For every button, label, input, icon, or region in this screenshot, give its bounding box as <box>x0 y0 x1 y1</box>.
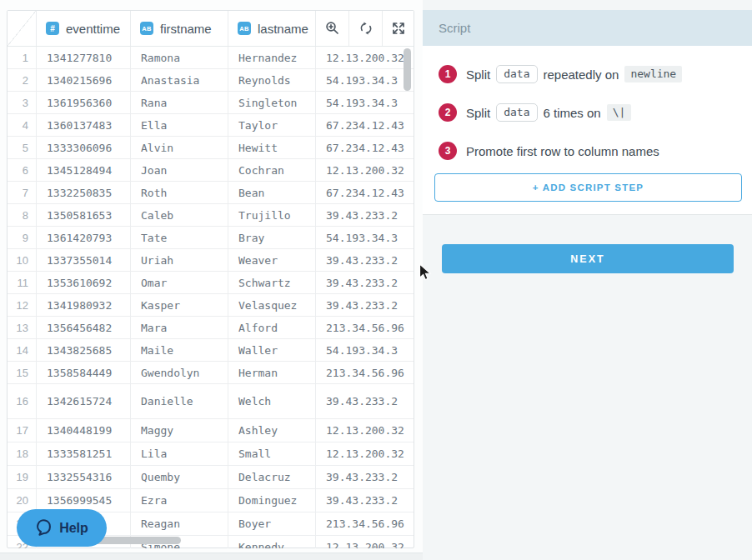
table-row[interactable]: 6 1345128494 Joan Cochran 12.13.200.32 <box>8 159 414 182</box>
table-row[interactable]: 7 1332250835 Roth Bean 67.234.12.43 <box>8 182 414 204</box>
table-row[interactable]: 13 1356456482 Mara Alford 213.34.56.96 <box>8 317 414 339</box>
cell-eventtime[interactable]: 1342615724 <box>36 384 130 418</box>
cell-lastname[interactable]: Welch <box>228 384 315 418</box>
step-chip[interactable]: data <box>496 103 537 122</box>
cell-lastname[interactable]: Cochran <box>228 159 315 181</box>
column-header-lastname[interactable]: AB lastname <box>228 11 315 46</box>
cell-firstname[interactable]: Kasper <box>130 294 228 316</box>
cell-col4[interactable]: 213.34.56.96 <box>315 317 414 338</box>
cell-col4[interactable]: 213.34.56.96 <box>315 362 414 383</box>
cell-eventtime[interactable]: 1332554316 <box>36 466 130 488</box>
cell-lastname[interactable]: Schwartz <box>228 272 315 293</box>
script-step[interactable]: 1 Splitdatarepeatedly onnewline <box>439 55 752 93</box>
cell-col4[interactable]: 54.193.34.3 <box>315 227 414 248</box>
cell-lastname[interactable]: Alford <box>228 317 315 338</box>
table-row[interactable]: 1 1341277810 Ramona Hernandez 12.13.200.… <box>8 47 414 69</box>
cell-eventtime[interactable]: 1333306096 <box>36 137 130 158</box>
script-step[interactable]: 2 Splitdata6 times on\| <box>439 93 752 132</box>
add-script-step-button[interactable]: + ADD SCRIPT STEP <box>434 173 742 202</box>
cell-col4[interactable]: 213.34.56.96 <box>315 512 414 535</box>
cell-firstname[interactable]: Lila <box>130 442 228 465</box>
column-header-firstname[interactable]: AB firstname <box>130 11 228 46</box>
cell-lastname[interactable]: Hewitt <box>228 137 315 158</box>
cell-col4[interactable]: 39.43.233.2 <box>315 384 414 418</box>
cell-eventtime[interactable]: 1332250835 <box>36 182 130 203</box>
cell-eventtime[interactable]: 1343825685 <box>36 339 130 361</box>
cell-firstname[interactable]: Uriah <box>130 249 228 271</box>
cell-firstname[interactable]: Roth <box>130 182 228 203</box>
step-token[interactable]: newline <box>624 66 682 82</box>
expand-button[interactable] <box>382 11 414 46</box>
cell-eventtime[interactable]: 1345128494 <box>36 159 130 181</box>
cell-eventtime[interactable]: 1333581251 <box>36 442 130 465</box>
cell-eventtime[interactable]: 1361420793 <box>36 227 130 248</box>
table-row[interactable]: 8 1350581653 Caleb Trujillo 39.43.233.2 <box>8 204 414 227</box>
refresh-button[interactable] <box>348 11 382 46</box>
cell-lastname[interactable]: Waller <box>228 339 315 361</box>
vertical-scrollbar[interactable] <box>404 48 411 91</box>
cell-eventtime[interactable]: 1356999545 <box>36 489 130 512</box>
table-row[interactable]: 19 1332554316 Quemby Delacruz 39.43.233.… <box>8 466 414 489</box>
cell-col4[interactable]: 54.193.34.3 <box>315 69 414 91</box>
cell-firstname[interactable]: Gwendolyn <box>130 362 228 383</box>
cell-eventtime[interactable]: 1337355014 <box>36 249 130 271</box>
cell-firstname[interactable]: Reagan <box>130 512 228 535</box>
cell-col4[interactable]: 12.13.200.32 <box>315 419 414 442</box>
cell-lastname[interactable]: Taylor <box>228 114 315 136</box>
table-row[interactable]: 10 1337355014 Uriah Weaver 39.43.233.2 <box>8 249 414 272</box>
cell-firstname[interactable]: Maile <box>130 339 228 361</box>
table-row[interactable]: 11 1353610692 Omar Schwartz 39.43.233.2 <box>8 272 414 294</box>
cell-firstname[interactable]: Joan <box>130 159 228 181</box>
help-button[interactable]: Help <box>17 509 107 547</box>
table-row[interactable]: 12 1341980932 Kasper Velasquez 39.43.233… <box>8 294 414 317</box>
cell-lastname[interactable]: Dominguez <box>228 489 315 512</box>
cell-col4[interactable]: 39.43.233.2 <box>315 466 414 488</box>
cell-lastname[interactable]: Kennedy <box>228 536 315 548</box>
cell-col4[interactable]: 39.43.233.2 <box>315 489 414 512</box>
cell-firstname[interactable]: Rana <box>130 92 228 113</box>
cell-col4[interactable]: 39.43.233.2 <box>315 249 414 271</box>
cell-firstname[interactable]: Anastasia <box>130 69 228 91</box>
cell-eventtime[interactable]: 1341980932 <box>36 294 130 316</box>
table-row[interactable]: 3 1361956360 Rana Singleton 54.193.34.3 <box>8 92 414 114</box>
cell-col4[interactable]: 39.43.233.2 <box>315 272 414 293</box>
cell-lastname[interactable]: Delacruz <box>228 466 315 488</box>
table-row[interactable]: 2 1340215696 Anastasia Reynolds 54.193.3… <box>8 69 414 92</box>
cell-lastname[interactable]: Singleton <box>228 92 315 113</box>
cell-lastname[interactable]: Weaver <box>228 249 315 271</box>
cell-firstname[interactable]: Tate <box>130 227 228 248</box>
cell-firstname[interactable]: Omar <box>130 272 228 293</box>
cell-lastname[interactable]: Ashley <box>228 419 315 442</box>
cell-firstname[interactable]: Ramona <box>130 47 228 68</box>
table-row[interactable]: 17 1340448199 Maggy Ashley 12.13.200.32 <box>8 419 414 442</box>
cell-col4[interactable]: 67.234.12.43 <box>315 182 414 203</box>
cell-firstname[interactable]: Ella <box>130 114 228 136</box>
cell-firstname[interactable]: Caleb <box>130 204 228 226</box>
cell-lastname[interactable]: Herman <box>228 362 315 383</box>
step-token[interactable]: \| <box>607 104 632 121</box>
cell-eventtime[interactable]: 1358584449 <box>36 362 130 383</box>
cell-firstname[interactable]: Mara <box>130 317 228 338</box>
cell-lastname[interactable]: Bray <box>228 227 315 248</box>
cell-firstname[interactable]: Alvin <box>130 137 228 158</box>
cell-eventtime[interactable]: 1356456482 <box>36 317 130 338</box>
cell-eventtime[interactable]: 1353610692 <box>36 272 130 293</box>
cell-lastname[interactable]: Trujillo <box>228 204 315 226</box>
cell-eventtime[interactable]: 1361956360 <box>36 92 130 113</box>
cell-lastname[interactable]: Hernandez <box>228 47 315 68</box>
cell-col4[interactable]: 12.13.200.32 <box>315 47 414 68</box>
cell-col4[interactable]: 54.193.34.3 <box>315 92 414 113</box>
cell-lastname[interactable]: Velasquez <box>228 294 315 316</box>
cell-eventtime[interactable]: 1340215696 <box>36 69 130 91</box>
table-row[interactable]: 5 1333306096 Alvin Hewitt 67.234.12.43 <box>8 137 414 159</box>
cell-firstname[interactable]: Ezra <box>130 489 228 512</box>
cell-lastname[interactable]: Boyer <box>228 512 315 535</box>
table-row[interactable]: 18 1333581251 Lila Small 12.13.200.32 <box>8 442 414 466</box>
table-row[interactable]: 9 1361420793 Tate Bray 54.193.34.3 <box>8 227 414 249</box>
table-row[interactable]: 15 1358584449 Gwendolyn Herman 213.34.56… <box>8 362 414 384</box>
cell-col4[interactable]: 12.13.200.32 <box>315 159 414 181</box>
cell-eventtime[interactable]: 1340448199 <box>36 419 130 442</box>
cell-col4[interactable]: 12.13.200.32 <box>315 442 414 465</box>
table-row[interactable]: 14 1343825685 Maile Waller 54.193.34.3 <box>8 339 414 362</box>
cell-col4[interactable]: 67.234.12.43 <box>315 114 414 136</box>
